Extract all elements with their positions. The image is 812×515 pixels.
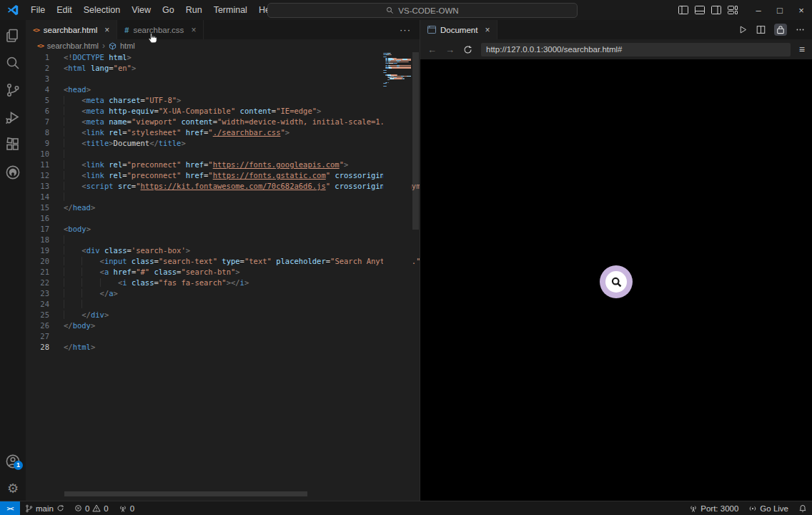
lock-icon[interactable] — [776, 25, 785, 34]
code-line[interactable]: 15</head> — [26, 202, 420, 213]
extensions-icon[interactable] — [4, 136, 21, 153]
code-line[interactable]: 1<!DOCTYPE html> — [26, 52, 420, 63]
command-center-label: VS-CODE-OWN — [398, 6, 458, 15]
menu-file[interactable]: File — [25, 0, 51, 20]
radio-tower-icon — [119, 504, 127, 513]
code-line[interactable]: 9 <title>Document</title> — [26, 138, 420, 149]
code-line[interactable]: 6 <meta http-equiv="X-UA-Compatible" con… — [26, 106, 420, 117]
code-line[interactable]: 19 <div class='search-box'> — [26, 245, 420, 256]
line-number: 1 — [26, 52, 49, 63]
toggle-secondary-sidebar-icon[interactable] — [711, 6, 721, 14]
tab-searchbar-css[interactable]: # searchbar.css × — [117, 20, 204, 39]
search-button-inner — [605, 271, 627, 293]
code-line[interactable]: 25 </div> — [26, 310, 420, 320]
settings-gear-icon[interactable]: ⚙ — [4, 480, 21, 497]
browser-back-icon[interactable]: ← — [427, 44, 437, 55]
error-count: 0 — [85, 504, 89, 513]
tab-document-browser[interactable]: Document × — [420, 20, 497, 39]
line-number: 3 — [26, 74, 49, 84]
code-line[interactable]: 20 <input class="search-text" type="text… — [26, 256, 420, 267]
menu-view[interactable]: View — [126, 0, 157, 20]
notifications-item[interactable] — [793, 504, 812, 513]
code-line[interactable]: 24 — [26, 299, 420, 310]
titlebar: FileEditSelectionViewGoRunTerminalHelp ←… — [0, 0, 812, 20]
url-input[interactable]: http://127.0.0.1:3000/searchbar.html# — [481, 43, 791, 57]
toggle-sidebar-icon[interactable] — [678, 6, 688, 14]
errors-icon — [74, 504, 82, 512]
browser-forward-icon[interactable]: → — [445, 44, 455, 55]
warnings-icon — [92, 504, 101, 512]
run-preview-icon[interactable] — [738, 25, 748, 34]
symbol-cube-icon — [109, 42, 117, 50]
line-number: 11 — [26, 160, 49, 170]
code-editor[interactable]: 1<!DOCTYPE html>2<html lang="en">34<head… — [26, 52, 420, 494]
code-line[interactable]: 5 <meta charset="UTF-8"> — [26, 95, 420, 106]
tab-close-icon[interactable]: × — [485, 25, 490, 35]
minimize-button[interactable]: – — [748, 0, 769, 20]
line-number: 28 — [26, 342, 49, 353]
hamburger-menu-icon[interactable]: ≡ — [799, 44, 805, 55]
code-line[interactable]: 2<html lang="en"> — [26, 63, 420, 74]
close-button[interactable]: × — [791, 0, 812, 20]
vertical-scrollbar[interactable] — [412, 52, 419, 230]
source-control-icon[interactable] — [4, 82, 21, 99]
code-line[interactable]: 23 </a> — [26, 288, 420, 299]
split-editor-icon[interactable] — [756, 25, 766, 34]
menu-terminal[interactable]: Terminal — [208, 0, 253, 20]
go-live-item[interactable]: Go Live — [743, 504, 793, 513]
tab-searchbar-html[interactable]: <> searchbar.html × — [26, 20, 117, 39]
more-actions-icon[interactable] — [796, 25, 805, 34]
menu-go[interactable]: Go — [157, 0, 180, 20]
port-item[interactable]: Port: 3000 — [684, 504, 743, 513]
code-line[interactable]: 28</html> — [26, 342, 420, 353]
code-line[interactable]: 12 <link rel="preconnect" href="https://… — [26, 170, 420, 181]
breadcrumb-symbol[interactable]: html — [120, 41, 135, 50]
command-center-search[interactable]: VS-CODE-OWN — [267, 3, 578, 18]
ports-item[interactable]: 0 — [114, 501, 139, 515]
status-bar: >< main 0 0 0 Port: 3000 Go Live — [0, 501, 812, 515]
code-line[interactable]: 26</body> — [26, 320, 420, 331]
search-sidebar-icon[interactable] — [4, 54, 21, 72]
reload-icon[interactable] — [463, 45, 472, 54]
code-line[interactable]: 13 <script src="https://kit.fontawesome.… — [26, 181, 420, 192]
code-line[interactable]: 14 — [26, 192, 420, 202]
github-icon[interactable] — [4, 164, 21, 181]
code-line[interactable]: 18 — [26, 235, 420, 245]
line-number: 21 — [26, 267, 49, 278]
code-line[interactable]: 7 <meta name="viewport" content="width=d… — [26, 117, 420, 127]
line-number: 26 — [26, 320, 49, 331]
breadcrumb-file[interactable]: searchbar.html — [47, 41, 99, 50]
git-branch-item[interactable]: main — [20, 501, 69, 515]
menu-selection[interactable]: Selection — [78, 0, 126, 20]
explorer-icon[interactable] — [4, 27, 21, 44]
minimap[interactable] — [383, 52, 411, 494]
code-line[interactable]: 10 — [26, 149, 420, 160]
code-line[interactable]: 3 — [26, 74, 420, 84]
editor-group: <> searchbar.html × # searchbar.css × ··… — [26, 20, 420, 501]
line-number: 15 — [26, 202, 49, 213]
run-debug-icon[interactable] — [4, 109, 21, 126]
code-line[interactable]: 22 <i class="fas fa-search"></i> — [26, 278, 420, 288]
customize-layout-icon[interactable] — [728, 6, 738, 14]
code-line[interactable]: 11 <link rel="preconnect" href="https://… — [26, 160, 420, 170]
problems-item[interactable]: 0 0 — [69, 501, 114, 515]
toggle-panel-icon[interactable] — [695, 6, 705, 14]
menu-run[interactable]: Run — [180, 0, 208, 20]
horizontal-scrollbar[interactable] — [64, 491, 307, 496]
tab-close-icon[interactable]: × — [104, 25, 109, 35]
editor-more-actions[interactable]: ··· — [391, 20, 420, 39]
tab-close-icon[interactable]: × — [191, 25, 196, 35]
line-number: 25 — [26, 310, 49, 320]
menu-edit[interactable]: Edit — [51, 0, 78, 20]
code-line[interactable]: 17<body> — [26, 224, 420, 235]
code-line[interactable]: 8 <link rel="stylesheet" href="./searchb… — [26, 127, 420, 138]
remote-indicator[interactable]: >< — [0, 501, 20, 515]
restore-button[interactable]: □ — [769, 0, 791, 20]
code-line[interactable]: 21 <a href="#" class="search-btn"> — [26, 267, 420, 278]
code-line[interactable]: 16 — [26, 213, 420, 224]
code-line[interactable]: 4<head> — [26, 84, 420, 95]
line-number: 2 — [26, 63, 49, 74]
code-line[interactable]: 27 — [26, 331, 420, 342]
preview-search-button[interactable] — [600, 265, 633, 298]
css-file-icon: # — [124, 26, 129, 34]
